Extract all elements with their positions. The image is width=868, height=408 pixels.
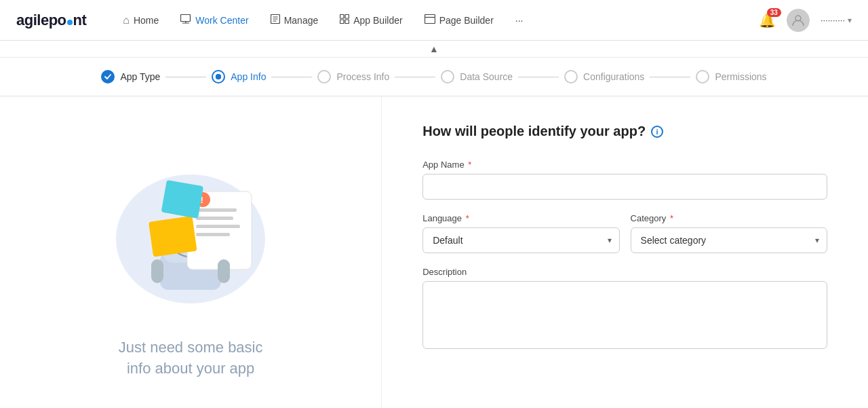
step-circle-permissions xyxy=(696,70,709,84)
language-label: Language * xyxy=(422,213,619,223)
app-name-group: App Name * xyxy=(422,160,827,200)
step-label-app-info: App Info xyxy=(231,71,266,82)
user-chevron-icon: ▾ xyxy=(848,16,852,25)
app-name-label: App Name * xyxy=(422,160,827,170)
illustration: ! xyxy=(96,134,285,324)
step-label-process-info: Process Info xyxy=(336,71,389,82)
caption-line1: Just need some basic xyxy=(119,337,263,358)
collapse-chevron-icon: ▲ xyxy=(429,43,439,54)
user-name[interactable]: ·········· ▾ xyxy=(821,15,852,25)
svg-rect-21 xyxy=(161,180,203,219)
svg-rect-5 xyxy=(345,20,349,24)
nav-manage-label: Manage xyxy=(284,15,319,26)
step-line-3 xyxy=(395,77,435,77)
workcenter-icon xyxy=(180,14,191,26)
stepper: App Type App Info Process Info Data Sour… xyxy=(101,70,766,84)
step-configurations[interactable]: Configurations xyxy=(564,70,644,84)
navbar: agilepont ⌂ Home Work Center Manage App … xyxy=(0,0,868,41)
left-panel: ! Just need some basic info about your a… xyxy=(0,96,382,408)
username-text: ·········· xyxy=(821,15,845,25)
svg-rect-22 xyxy=(151,259,163,283)
svg-rect-20 xyxy=(149,216,197,257)
category-select-wrapper: Select category ▾ xyxy=(631,227,827,253)
manage-icon xyxy=(271,14,280,26)
svg-rect-15 xyxy=(196,217,233,220)
language-select[interactable]: Default xyxy=(422,227,619,253)
form-title-text: How will people identify your app? xyxy=(422,124,646,139)
notification-badge: 33 xyxy=(767,8,781,17)
nav-right: 🔔 33 ·········· ▾ xyxy=(759,9,852,32)
language-select-wrapper: Default ▾ xyxy=(422,227,619,253)
home-icon: ⌂ xyxy=(123,14,130,26)
more-dots-label: ··· xyxy=(515,15,524,26)
nav-pagebuilder-label: Page Builder xyxy=(439,15,494,26)
right-panel: How will people identify your app? i App… xyxy=(382,96,868,408)
collapse-bar[interactable]: ▲ xyxy=(0,41,868,58)
category-required: * xyxy=(667,213,673,223)
logo-text: agilepont xyxy=(16,12,86,29)
step-line-5 xyxy=(650,77,690,77)
description-label: Description xyxy=(422,267,827,277)
description-group: Description xyxy=(422,267,827,352)
step-line-1 xyxy=(165,77,206,77)
step-app-type[interactable]: App Type xyxy=(101,70,160,84)
illustration-caption: Just need some basic info about your app xyxy=(119,337,263,379)
description-textarea[interactable] xyxy=(422,281,827,349)
step-circle-process-info xyxy=(317,70,331,84)
language-col: Language * Default ▾ xyxy=(422,213,619,253)
step-circle-app-info xyxy=(212,70,225,84)
step-permissions[interactable]: Permissions xyxy=(696,70,766,84)
logo[interactable]: agilepont xyxy=(16,12,86,29)
category-label: Category * xyxy=(631,213,827,223)
appbuilder-icon xyxy=(340,14,349,26)
category-select[interactable]: Select category xyxy=(631,227,827,253)
nav-workcenter-label: Work Center xyxy=(195,15,248,26)
step-label-permissions: Permissions xyxy=(715,71,766,82)
form-title: How will people identify your app? i xyxy=(422,124,827,139)
svg-rect-0 xyxy=(181,14,191,21)
caption-line2: info about your app xyxy=(119,358,263,379)
nav-links: ⌂ Home Work Center Manage App Builder xyxy=(113,9,759,32)
svg-rect-17 xyxy=(196,233,230,236)
svg-rect-23 xyxy=(218,259,230,283)
nav-more[interactable]: ··· xyxy=(506,10,533,31)
nav-pagebuilder[interactable]: Page Builder xyxy=(415,9,503,32)
step-circle-app-type xyxy=(101,70,115,84)
step-label-configurations: Configurations xyxy=(583,71,644,82)
step-circle-data-source xyxy=(441,70,454,84)
svg-rect-16 xyxy=(196,225,240,228)
step-circle-configurations xyxy=(564,70,578,84)
app-name-required: * xyxy=(466,160,472,170)
step-app-info[interactable]: App Info xyxy=(212,70,266,84)
svg-rect-6 xyxy=(425,14,435,23)
step-line-2 xyxy=(271,77,312,77)
nav-appbuilder-label: App Builder xyxy=(353,15,402,26)
nav-home[interactable]: ⌂ Home xyxy=(113,9,168,32)
step-label-app-type: App Type xyxy=(120,71,160,82)
svg-rect-3 xyxy=(345,14,349,18)
nav-home-label: Home xyxy=(134,15,159,26)
step-label-data-source: Data Source xyxy=(460,71,513,82)
info-icon[interactable]: i xyxy=(651,126,663,138)
lang-category-row: Language * Default ▾ Category * Select c… xyxy=(422,213,827,253)
language-required: * xyxy=(463,213,469,223)
nav-workcenter[interactable]: Work Center xyxy=(171,9,258,32)
svg-rect-2 xyxy=(340,14,344,18)
stepper-bar: App Type App Info Process Info Data Sour… xyxy=(0,58,868,96)
svg-rect-4 xyxy=(340,20,344,24)
step-line-4 xyxy=(518,77,559,77)
nav-appbuilder[interactable]: App Builder xyxy=(330,9,412,32)
main-content: ! Just need some basic info about your a… xyxy=(0,96,868,408)
nav-manage[interactable]: Manage xyxy=(261,9,328,32)
step-process-info[interactable]: Process Info xyxy=(317,70,389,84)
notification-bell[interactable]: 🔔 33 xyxy=(759,12,776,29)
pagebuilder-icon xyxy=(425,14,435,26)
category-col: Category * Select category ▾ xyxy=(631,213,827,253)
step-data-source[interactable]: Data Source xyxy=(441,70,513,84)
user-avatar[interactable] xyxy=(787,9,810,32)
app-name-input[interactable] xyxy=(422,174,827,200)
svg-rect-14 xyxy=(196,208,237,212)
